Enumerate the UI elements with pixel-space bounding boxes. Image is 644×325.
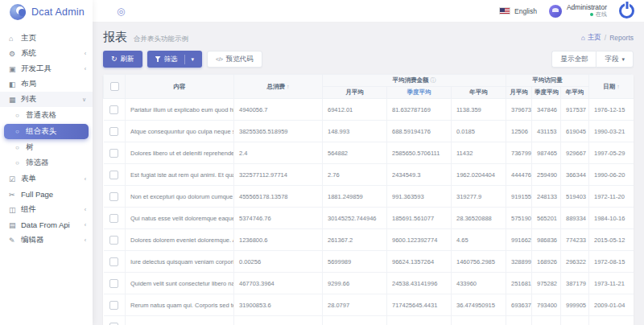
breadcrumb: ⌂主页 / Reports (581, 33, 634, 43)
user-meta: Administrator 在线 (567, 4, 607, 19)
cell-total: 2.4 (234, 142, 323, 164)
sidebar-item-layout[interactable]: ◧布局 (0, 76, 93, 92)
grid-toolbar: ↻ 刷新 筛选 ▾ </> 预览代码 显示全部 字段 ▾ (103, 51, 634, 68)
sidebar-item-system[interactable]: ⚙系统‹ (0, 46, 93, 61)
language-switcher[interactable]: English (499, 7, 537, 15)
chevron-left-icon: ‹ (85, 207, 86, 212)
col-header-visits-month-avg: 月平均 (506, 87, 532, 99)
sidebar-item-combined-header[interactable]: ○组合表头 (4, 124, 89, 139)
chevron-left-icon: ‹ (85, 66, 86, 72)
radio-icon: ○ (15, 112, 26, 119)
breadcrumb-separator: / (605, 34, 606, 42)
row-checkbox[interactable] (109, 301, 118, 310)
cell-total: 0.00256 (234, 251, 323, 273)
cell-date: 1973-11-21 (589, 273, 634, 294)
cell-visits-year-avg: 917537 (561, 99, 589, 121)
scissors-icon: ✂ (9, 191, 21, 199)
breadcrumb-home[interactable]: ⌂主页 (581, 33, 601, 43)
cell-visits-quarter-avg: 259490 (532, 164, 561, 186)
cell-visits-month-avg: 919155 (506, 186, 532, 208)
row-checkbox[interactable] (109, 279, 118, 288)
cell-visits-month-avg: 693637 (506, 294, 532, 316)
cell-visits-month-avg: 444476 (506, 164, 532, 186)
cell-content: Non et excepturi quo dolorum cumque dolo… (126, 186, 234, 208)
table-row: Pariatur illum ut explicabo eum quod hic… (104, 99, 634, 121)
logout-power-button[interactable] (619, 3, 634, 19)
filter-button[interactable]: 筛选 ▾ (147, 51, 203, 68)
cell-content: Iure delectus quisquam veniam corporis. … (126, 251, 234, 273)
select-all-checkbox[interactable] (110, 82, 119, 91)
sidebar-item-label: 主页 (21, 33, 86, 43)
row-checkbox[interactable] (109, 149, 118, 158)
cell-spend-quarter-avg: 24538.43141996 (387, 273, 452, 294)
code-icon: </> (216, 56, 223, 62)
sidebar-item-home[interactable]: ⌂主页 (0, 31, 93, 46)
row-checkbox[interactable] (109, 214, 118, 223)
row-checkbox-cell (104, 121, 126, 142)
sidebar-item-tree[interactable]: ○树 (0, 140, 93, 155)
chevron-left-icon: ‹ (85, 51, 86, 56)
cell-spend-quarter-avg: 9600.122392774 (387, 229, 452, 251)
row-checkbox[interactable] (109, 127, 118, 136)
cell-visits-quarter-avg: 975282 (532, 273, 561, 294)
sidebar-item-components[interactable]: ◫组件‹ (0, 202, 93, 217)
home-icon: ⌂ (9, 35, 21, 43)
row-checkbox[interactable] (109, 171, 118, 179)
cell-visits-year-avg: 999905 (561, 294, 589, 316)
page-head: 报表 合并表头功能示例 ⌂主页 / Reports (103, 30, 634, 45)
cell-spend-month-avg: 1881.249859 (323, 186, 387, 208)
col-header-date[interactable]: 日期 ↑ (589, 75, 634, 99)
col-header-spend-quarter-avg[interactable]: 季度平均 (387, 87, 452, 99)
row-checkbox-cell (104, 208, 126, 229)
cell-total: 467703.3964 (234, 273, 323, 294)
sidebar-item-list[interactable]: ▦列表∨ (0, 92, 93, 107)
cell-visits-year-avg: 18399 (561, 316, 589, 325)
row-checkbox-cell (104, 164, 126, 186)
sidebar-item-plain-table[interactable]: ○普通表格 (0, 108, 93, 123)
row-checkbox[interactable] (109, 192, 118, 201)
online-dot-icon (590, 13, 593, 16)
sidebar-item-label: 表单 (21, 174, 85, 184)
table-row: Iure delectus quisquam veniam corporis. … (104, 251, 634, 273)
col-header-total[interactable]: 总消费 ↑ (234, 75, 323, 99)
refresh-button[interactable]: ↻ 刷新 (103, 51, 142, 68)
sidebar-item-label: 系统 (21, 48, 85, 59)
sidebar-item-form[interactable]: ☑表单‹ (0, 171, 93, 187)
brand[interactable]: Dcat Admin (0, 0, 93, 24)
column-selector-button[interactable]: 字段 ▾ (596, 51, 634, 68)
sidebar-submenu: ○普通表格○组合表头○树○筛选器 (0, 107, 93, 171)
toolbar-right: 显示全部 字段 ▾ (551, 51, 634, 68)
caret-down-icon: ▾ (621, 56, 625, 62)
cell-spend-year-avg: 0.0185 (452, 121, 506, 142)
cell-visits-quarter-avg: 987465 (532, 142, 561, 164)
row-checkbox[interactable] (109, 323, 118, 325)
sidebar-item-filter[interactable]: ○筛选器 (0, 155, 93, 171)
row-checkbox[interactable] (109, 257, 118, 266)
cell-spend-year-avg: 10749.3078 (452, 316, 506, 325)
cell-visits-quarter-avg: 163525 (532, 316, 561, 325)
preview-code-button[interactable]: </> 预览代码 (207, 51, 262, 68)
col-header-content: 内容 (126, 75, 234, 99)
row-checkbox[interactable] (109, 105, 118, 114)
sidebar-item-label: 树 (26, 142, 34, 153)
cell-visits-month-avg: 328899 (506, 251, 532, 273)
cell-spend-quarter-avg: 2585650.5706111 (387, 142, 452, 164)
report-table: 内容 总消费 ↑ 平均消费金额 ⓘ 平均访问量 日期 ↑ 月平均 季度平均 年平… (103, 74, 634, 325)
cell-total: 1236800.6 (234, 229, 323, 251)
cell-date: 1984-10-16 (589, 208, 634, 229)
sidebar-item-editor[interactable]: ✎编辑器‹ (0, 232, 93, 248)
cell-total: 31900853.6 (234, 294, 323, 316)
layout-icon: ◧ (9, 80, 21, 88)
show-all-button[interactable]: 显示全部 (551, 51, 596, 68)
row-checkbox-cell (104, 273, 126, 294)
user-menu[interactable]: Administrator 在线 (549, 4, 607, 19)
sidebar-item-dev-tools[interactable]: ▣开发工具‹ (0, 61, 93, 76)
refresh-icon: ↻ (111, 56, 118, 63)
sidebar-toggle-icon[interactable]: ◎ (117, 6, 125, 16)
sidebar-item-data-from-api[interactable]: ▤Data From Api‹ (0, 217, 93, 232)
sort-asc-icon: ↑ (287, 84, 290, 89)
brand-name: Dcat Admin (31, 6, 85, 18)
sidebar-item-full-page[interactable]: ✂Full Page (0, 187, 93, 202)
cell-content: Ipsa impedit non quia laudantium fugiat … (126, 316, 234, 325)
row-checkbox[interactable] (109, 236, 118, 245)
